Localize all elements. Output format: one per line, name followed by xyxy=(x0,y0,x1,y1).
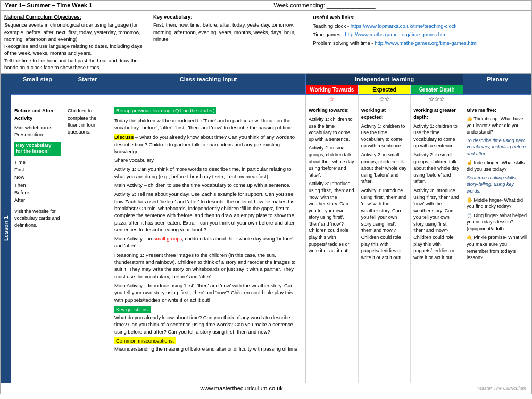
table-body: Small step Starter Class teaching input … xyxy=(11,74,531,383)
key-questions-label: Key questions: xyxy=(114,306,151,313)
nc-objectives-content: Sequence events in chronological order u… xyxy=(4,21,145,71)
working-stars: ☆ xyxy=(306,95,359,104)
activity1: Activity 1: Can you think of more words … xyxy=(114,165,302,180)
week-commencing: Week commencing: _______________ xyxy=(122,2,527,9)
small-step-item-1: Mini whiteboards xyxy=(14,124,61,131)
footer-url: www.masterthecurriculum.co.uk xyxy=(201,385,283,392)
activity2: Activity 2: Tell me about your day! Use … xyxy=(114,190,302,233)
col-header-teaching: Class teaching input xyxy=(111,74,306,94)
key-vocab-box: Key vocabulary for the lesson! xyxy=(14,142,61,156)
discuss-label: Discuss xyxy=(114,134,134,140)
ind-sub-headers: Working Towards Expected Greater Depth xyxy=(306,85,463,94)
main2-prefix: Main Activity – in xyxy=(114,236,153,242)
key-vocab-content: First, then, now, time, before, after, t… xyxy=(153,21,305,43)
footer-logo: Master The Curriculum xyxy=(477,386,526,391)
visit-text: Visit the website for vocabulary cards a… xyxy=(14,208,61,228)
cell-plenary: Give me five: 👍 Thumbs up- What have you… xyxy=(463,104,531,383)
vocab-first: First xyxy=(14,166,61,173)
problem-solving-label: Problem solving with time - xyxy=(313,40,375,46)
info-section: National Curriculum Objectives: Sequence… xyxy=(1,11,531,74)
greater-act1: Activity 1: children to use the time voc… xyxy=(413,123,460,149)
ind-greater-header: Greater Depth xyxy=(411,85,463,94)
expected-act2: Activity 2: in small groups, children ta… xyxy=(361,152,408,185)
recap-label: Recap previous learning: (Q1 on the star… xyxy=(114,107,216,114)
expected-label: Working at expected: xyxy=(361,107,408,120)
vocab-time: Time xyxy=(14,159,61,166)
greater-label: Working at greater depth: xyxy=(413,107,460,120)
greater-act3: Activity 3: Introduce using 'first', 'th… xyxy=(413,187,460,261)
expected-act1: Activity 1: children to use the time voc… xyxy=(361,123,408,149)
ind-expected-header: Expected xyxy=(359,85,411,94)
time-games-row: Time games - http://www.maths-games.org/… xyxy=(313,30,528,39)
misconceptions-label: Common misconceptions: xyxy=(114,337,176,344)
small-step-title: Before and After – Activity xyxy=(14,107,61,121)
greater-act2: Activity 2: in small groups, children ta… xyxy=(413,152,460,185)
main1: Main Activity – children to use the time… xyxy=(114,181,302,188)
small-step-mini: Mini whiteboards Presentation xyxy=(14,124,61,138)
col-header-independent: Independent learning xyxy=(306,74,463,85)
main2: Main Activity – in small groups, childre… xyxy=(114,235,302,250)
col-header-starter: Starter xyxy=(64,74,111,94)
working-act2: Activity 2: in small groups, children ta… xyxy=(309,145,355,178)
key-questions: Key questions: What do you already know … xyxy=(114,306,302,335)
plenary-describe: To describe time using new vocabulary, i… xyxy=(467,137,528,157)
cell-working: Working towards: Activity 1: children to… xyxy=(306,104,359,383)
col-header-independent-wrap: Independent learning Working Towards Exp… xyxy=(306,74,463,94)
content-row: Before and After – Activity Mini whitebo… xyxy=(11,104,531,383)
key-vocab-title: Key vocabulary: xyxy=(153,14,192,20)
ind-working-header: Working Towards xyxy=(306,85,359,94)
cell-small-step: Before and After – Activity Mini whitebo… xyxy=(11,104,64,383)
share-vocab: Share vocabulary. xyxy=(114,156,302,163)
time-games-url: http://www.maths-games.org/time-games.ht… xyxy=(345,31,447,37)
working-act1: Activity 1: children to use the time voc… xyxy=(309,116,355,143)
plenary-index: ☝ Index finger- What skills did you use … xyxy=(467,160,528,173)
misconceptions-text: Misunderstanding the meaning of before a… xyxy=(114,345,302,352)
vocab-then: Then xyxy=(14,181,61,189)
plenary-thumb: 👍 Thumbs up- What have you learnt? What … xyxy=(467,115,528,136)
reasoning: Reasoning 1: Present three images to the… xyxy=(114,252,302,280)
plenary-pinkie: 🤙 Pinkie promise- What will you make sur… xyxy=(467,234,528,261)
teaching-discuss: Discuss – What do you already know about… xyxy=(114,134,302,155)
vocab-before: Before xyxy=(14,189,61,196)
nc-objectives: National Curriculum Objectives: Sequence… xyxy=(1,11,149,73)
plenary-title: Give me five: xyxy=(467,107,528,114)
working-act3: Activity 3: Introduce using 'first', 'th… xyxy=(309,180,355,254)
main3: Main Activity – Introduce using 'first',… xyxy=(114,282,302,303)
col-headers: Small step Starter Class teaching input … xyxy=(11,74,531,95)
time-games-label: Time games - xyxy=(313,31,345,37)
teaching-clock-row: Teaching clock - https://www.topmarks.co… xyxy=(313,22,528,30)
web-links-section: Useful Web links: Teaching clock - https… xyxy=(309,11,531,73)
cell-teaching: Recap previous learning: (Q1 on the star… xyxy=(111,104,306,383)
teaching-clock-label: Teaching clock - xyxy=(313,23,351,29)
year-label: Year 1– Summer – Time Week 1 xyxy=(5,2,122,9)
working-label: Working towards: xyxy=(309,107,355,114)
expected-stars: ☆☆ xyxy=(359,95,411,104)
top-bar: Year 1– Summer – Time Week 1 Week commen… xyxy=(1,1,531,11)
vocab-after: After xyxy=(14,196,61,204)
teaching-clock-url: https://www.topmarks.co.uk/time/teaching… xyxy=(351,23,457,29)
teaching-intro: Today the children will be introduced to… xyxy=(114,117,302,131)
nc-objectives-title: National Curriculum Objectives: xyxy=(4,14,81,20)
ind-stars-row: ☆ ☆☆ ☆☆☆ xyxy=(306,95,463,104)
ind-columns: Working towards: Activity 1: children to… xyxy=(306,104,463,383)
footer: www.masterthecurriculum.co.uk Master The… xyxy=(1,383,531,394)
lesson-label: Lesson 1 xyxy=(1,74,11,383)
plenary-ring: 💍 Ring finger- What helped you in today'… xyxy=(467,212,528,232)
cell-starter: Children to complete the fluent in four … xyxy=(64,104,111,383)
vocab-now: Now xyxy=(14,173,61,181)
starter-text: Children to complete the fluent in four … xyxy=(68,107,107,135)
main-table: Lesson 1 Small step Starter Class teachi… xyxy=(1,74,531,383)
small-step-item-2: Presentation xyxy=(14,131,61,138)
expected-act3: Activity 3: Introduce using 'first', 'th… xyxy=(361,187,408,261)
discuss-text: – What do you already know about time? C… xyxy=(114,134,295,154)
vocab-list: Time First Now Then Before After xyxy=(14,159,61,204)
web-links-title: Useful Web links: xyxy=(313,13,528,22)
problem-solving-url: http://www.maths-games.org/time-games.ht… xyxy=(375,40,477,46)
key-questions-text: What do you already know about time? Can… xyxy=(114,314,302,335)
main2-group: small groups xyxy=(153,236,182,242)
key-vocab-section: Key vocabulary: First, then, now, time, … xyxy=(149,11,309,73)
plenary-middle: 🖐 Middle finger- What did you find trick… xyxy=(467,197,528,210)
stars-row: ☆ ☆☆ ☆☆☆ xyxy=(11,95,531,104)
plenary-sentence: Sentence-making skills, story-telling, u… xyxy=(467,174,528,195)
problem-solving-row: Problem solving with time - http://www.m… xyxy=(313,39,528,47)
